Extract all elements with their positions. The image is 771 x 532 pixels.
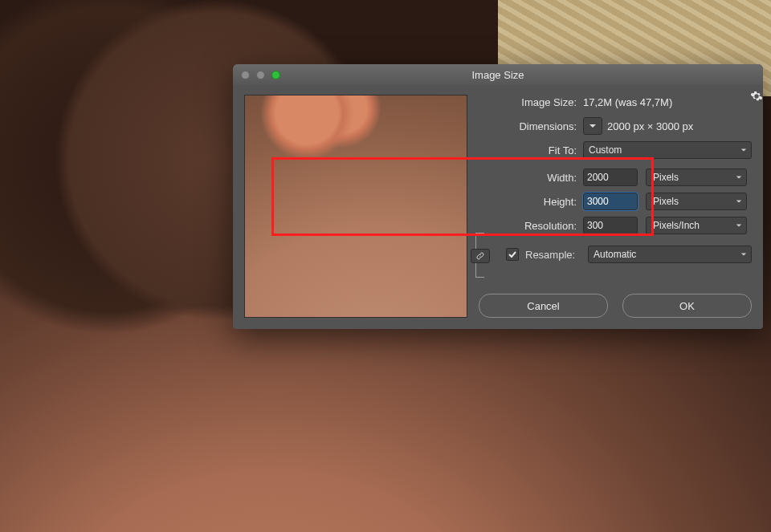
constrain-proportions-toggle[interactable] bbox=[475, 233, 500, 278]
resolution-label: Resolution: bbox=[479, 220, 583, 232]
resample-label: Resample: bbox=[525, 249, 588, 261]
dimensions-unit-toggle[interactable] bbox=[583, 117, 602, 135]
height-unit-select[interactable]: Pixels bbox=[646, 193, 747, 210]
dimensions-label: Dimensions: bbox=[479, 120, 583, 132]
resolution-unit-select[interactable]: Pixels/Inch bbox=[646, 217, 747, 234]
chevron-down-icon bbox=[740, 144, 747, 156]
fit-to-value: Custom bbox=[589, 144, 622, 156]
image-preview[interactable] bbox=[244, 95, 467, 318]
width-unit-select[interactable]: Pixels bbox=[646, 169, 747, 186]
image-size-dialog: Image Size Image Size: 17,2M (was 47,7M)… bbox=[233, 64, 763, 329]
width-field[interactable]: 2000 bbox=[583, 169, 638, 186]
resample-method-select[interactable]: Automatic bbox=[588, 246, 752, 263]
cancel-button[interactable]: Cancel bbox=[479, 294, 608, 318]
dimensions-value: 2000 px × 3000 px bbox=[607, 120, 693, 132]
chevron-down-icon bbox=[736, 220, 742, 231]
dialog-title: Image Size bbox=[233, 69, 763, 81]
chevron-down-icon bbox=[736, 172, 742, 183]
chevron-down-icon bbox=[740, 249, 747, 260]
image-size-value: 17,2M (was 47,7M) bbox=[583, 96, 672, 108]
fit-to-label: Fit To: bbox=[479, 144, 583, 156]
fit-to-select[interactable]: Custom bbox=[583, 141, 752, 159]
link-icon bbox=[471, 249, 490, 263]
height-label: Height: bbox=[479, 196, 583, 208]
height-field[interactable]: 3000 bbox=[583, 193, 638, 210]
chevron-down-icon bbox=[736, 196, 742, 207]
width-label: Width: bbox=[479, 172, 583, 184]
dialog-titlebar[interactable]: Image Size bbox=[233, 64, 763, 85]
ok-button[interactable]: OK bbox=[622, 294, 752, 318]
resolution-field[interactable]: 300 bbox=[583, 217, 638, 234]
gear-icon[interactable] bbox=[750, 90, 763, 105]
resample-checkbox[interactable] bbox=[506, 248, 519, 261]
image-size-label: Image Size: bbox=[479, 96, 583, 108]
